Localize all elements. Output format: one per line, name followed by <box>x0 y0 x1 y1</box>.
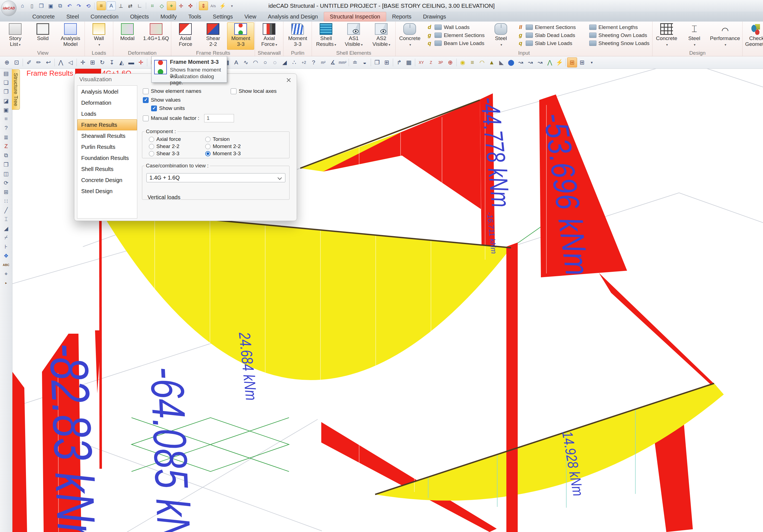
ribbon-button-1-4g-1-6q[interactable]: 1.4G+1.6Q <box>142 22 170 50</box>
save-icon[interactable]: ▣ <box>47 2 55 10</box>
window-tile-icon[interactable]: ⊞ <box>382 58 391 67</box>
dim-z-icon[interactable]: Z <box>426 58 436 67</box>
dialog-list-steel-design[interactable]: Steel Design <box>77 186 137 197</box>
frame-view-icon[interactable]: ⊞ <box>577 58 587 67</box>
ribbon-button-axial-force[interactable]: AxialForce▾ <box>256 22 282 50</box>
idecad-logo[interactable]: ideCAD <box>1 1 17 16</box>
dim-rotated-icon[interactable]: ⊕ <box>446 58 455 67</box>
ribbon-button-wall[interactable]: Wall▾ <box>85 22 112 50</box>
find-icon[interactable]: ⌖ <box>1 269 11 278</box>
show-element-names-checkbox[interactable]: Show element names <box>143 88 201 94</box>
label-tag-icon[interactable]: ⬤ <box>506 58 516 67</box>
angle-dim-icon[interactable]: ∡ <box>328 58 338 67</box>
area-m2-icon[interactable]: m² <box>318 58 328 67</box>
ribbon-button-shear-2-2[interactable]: Shear2-2 <box>199 22 227 50</box>
select-label-icon[interactable]: ↩ <box>44 58 53 67</box>
dim-3p-icon[interactable]: 3P <box>436 58 445 67</box>
ribbon-button-shell-results[interactable]: ShellResults▾ <box>312 22 340 50</box>
redo-icon[interactable]: ↷ <box>74 2 83 10</box>
dialog-list-analysis-model[interactable]: Analysis Model <box>77 86 137 97</box>
ribbon-item-element-sections[interactable]: gElement Sections <box>426 32 485 39</box>
select-copy-icon[interactable]: ❐ <box>1 87 11 96</box>
show-local-axes-checkbox[interactable]: Show local axes <box>231 88 276 94</box>
select-move-icon[interactable]: ❏ <box>1 78 11 87</box>
ribbon-button-performance[interactable]: Performance▾ <box>708 22 742 50</box>
radio-shear-3-3[interactable]: Shear 3-3 <box>149 151 179 157</box>
ribbon-button-axial-force[interactable]: AxialForce <box>172 22 199 50</box>
menu-objects[interactable]: Objects <box>124 12 155 21</box>
zoom-dynamic-icon[interactable]: ⊕ <box>2 58 12 67</box>
section-cut-icon[interactable]: ⌶ <box>1 215 11 224</box>
manual-scale-factor-checkbox[interactable]: Manual scale factor : <box>143 115 199 121</box>
dialog-list-deformation[interactable]: Deformation <box>77 97 137 108</box>
rotate-icon[interactable]: ↻ <box>97 58 107 67</box>
stair-icon[interactable]: ≡ <box>468 58 477 67</box>
export-view-icon[interactable]: ↱ <box>394 58 404 67</box>
auto-section-icon[interactable]: A/s <box>209 2 217 10</box>
measure-icon[interactable]: ✐ <box>24 58 34 67</box>
text-icon[interactable]: A <box>232 58 241 67</box>
move-multiple-icon[interactable]: ⊞ <box>88 58 97 67</box>
axis-snap-icon[interactable]: ⌗ <box>148 2 157 10</box>
ribbon-item-beam-live-loads[interactable]: qBeam Live Loads <box>426 40 485 47</box>
scale-icon[interactable]: ✛ <box>136 58 146 67</box>
menu-steel[interactable]: Steel <box>60 12 85 21</box>
spline-icon[interactable]: ∿ <box>241 58 251 67</box>
radio-axial-force[interactable]: Axial force <box>149 136 181 142</box>
quick-analysis-icon[interactable]: ⚡ <box>555 58 564 67</box>
mirror-icon[interactable]: ◭ <box>117 58 126 67</box>
axis-line-icon[interactable]: ⌿ <box>1 233 11 242</box>
ribbon-button-steel[interactable]: Steel▾ <box>681 22 708 50</box>
menu-connection[interactable]: Connection <box>85 12 124 21</box>
run-analysis-icon[interactable]: ⚡ <box>218 2 227 10</box>
layers-icon[interactable]: ≡ <box>97 1 106 10</box>
dome-icon[interactable]: ◠ <box>477 58 487 67</box>
ribbon-item-element-sections[interactable]: IIElement Sections <box>517 24 576 31</box>
analysis-model-toggle-icon[interactable]: ⊞ <box>567 57 577 67</box>
query-properties-icon[interactable]: ? <box>1 124 11 133</box>
array-icon[interactable]: ⊞ <box>1 187 11 196</box>
steel-corner-icon[interactable]: ◣ <box>497 58 506 67</box>
dialog-list-foundation-results[interactable]: Foundation Results <box>77 153 137 163</box>
ribbon-button-moment-3-3[interactable]: Moment3-3 <box>284 22 311 50</box>
table-edit-icon[interactable]: ⌗ <box>1 114 11 124</box>
menu-concrete[interactable]: Concrete <box>27 12 60 21</box>
dim-xy-icon[interactable]: XY <box>417 58 426 67</box>
window-single-icon[interactable]: ❐ <box>373 58 382 67</box>
pushover-graph-icon[interactable]: ⋀ <box>545 58 554 67</box>
menu-tools[interactable]: Tools <box>182 12 207 21</box>
qa-more-icon[interactable]: ▾ <box>228 2 236 10</box>
dialog-list-purlin-results[interactable]: Purlin Results <box>77 142 137 153</box>
offset-axes-icon[interactable]: ⇄ <box>126 2 135 10</box>
rotate-copy-icon[interactable]: ⟳ <box>1 178 11 187</box>
moment-curve-p-icon[interactable]: ↝ <box>526 58 535 67</box>
view-undo-icon[interactable]: ⟲ <box>84 2 92 10</box>
home-icon[interactable]: ⌂ <box>18 2 27 10</box>
select-node-icon[interactable]: ▣ <box>1 105 11 114</box>
menu-structural-inspection[interactable]: Structural Inspection <box>324 12 386 22</box>
level-icon[interactable]: ≐ <box>350 58 360 67</box>
manual-scale-input[interactable] <box>204 114 234 122</box>
structure-tree-tab[interactable]: Structure Tree <box>12 69 20 110</box>
menu-view[interactable]: View <box>239 12 262 21</box>
wireframe-icon[interactable]: ▦ <box>404 58 413 67</box>
moment-curve-icon[interactable]: ↝ <box>516 58 525 67</box>
auto-label-icon[interactable]: ABC <box>1 260 11 269</box>
dialog-list-shearwall-results[interactable]: Shearwall Results <box>77 130 137 142</box>
unit-mm-icon[interactable]: mm² <box>338 58 347 67</box>
lamp-icon[interactable]: ◉ <box>458 58 468 67</box>
save-as-icon[interactable]: ⧉ <box>56 2 64 10</box>
angle-measure-icon[interactable]: ◁ <box>66 58 75 67</box>
ribbon-button-steel[interactable]: Steel▾ <box>487 22 514 50</box>
ribbon-item-slab-live-loads[interactable]: qSlab Live Loads <box>517 40 576 47</box>
moment-curve-2-icon[interactable]: ↝ <box>535 58 545 67</box>
ribbon-item-slab-dead-loads[interactable]: gSlab Dead Loads <box>517 32 576 39</box>
copy-icon[interactable]: ⧉ <box>1 151 11 160</box>
ribbon-item-wall-loads[interactable]: dWall Loads <box>426 24 485 31</box>
ribbon-item-element-lengths[interactable]: Element Lengths <box>581 24 649 31</box>
report-icon[interactable]: ≣ <box>1 133 11 142</box>
radio-shear-2-2[interactable]: Shear 2-2 <box>149 143 179 150</box>
ribbon-button-concrete[interactable]: Concrete▾ <box>653 22 680 50</box>
dots-array-icon[interactable]: ∷ <box>1 196 11 205</box>
points-icon[interactable]: ∴ <box>289 58 299 67</box>
